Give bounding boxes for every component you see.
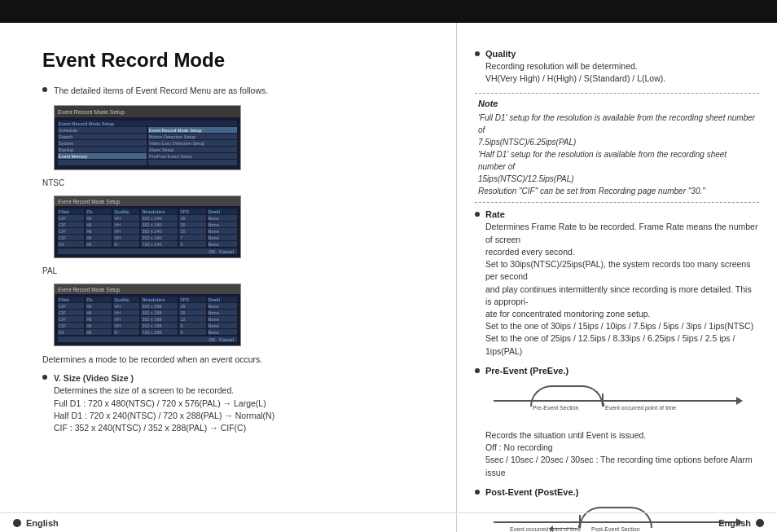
vsize-desc2: Full D1 : 720 x 480(NTSC) / 720 x 576(PA… (54, 398, 274, 410)
preevent-desc3: 5sec / 10sec / 20sec / 30sec : The recor… (485, 454, 759, 478)
vsize-desc3: Half D1 : 720 x 240(NTSC) / 720 x 288(PA… (54, 410, 274, 422)
bottom-right: English (718, 518, 764, 528)
preevent-desc1: Records the situation until Event is iss… (485, 429, 759, 442)
vsize-desc4: CIF : 352 x 240(NTSC) / 352 x 288(PAL) →… (54, 422, 274, 434)
bottom-right-dot (756, 519, 764, 527)
pal-screenshot: Event Record Mode Setup Filter Ch. Quali… (54, 284, 433, 346)
note-line1: 'Full D1' setup for the resolution is av… (478, 112, 756, 136)
page-title: Event Record Mode (42, 49, 433, 72)
ntsc-screen-mock: Event Record Mode Setup Filter Ch. Quali… (54, 196, 241, 258)
rate-desc7: Set to the one of 25ips / 12.5ips / 8.33… (485, 332, 759, 357)
left-panel: Event Record Mode The detailed items of … (0, 23, 456, 532)
pal-screen-mock: Event Record Mode Setup Filter Ch. Quali… (54, 284, 241, 346)
quality-bullet-icon (475, 51, 480, 56)
postevent-heading: Post-Event (PostEve.) (485, 487, 759, 497)
rate-heading: Rate (485, 209, 759, 219)
rate-desc3: Set to 30ips(NTSC)/25ips(PAL), the syste… (485, 258, 759, 283)
rate-desc4: and play continues intermittently since … (485, 284, 759, 308)
preevent-desc2: Off : No recording (485, 442, 759, 454)
note-line2: 7.5ips(NTSC)/6.25ips(PAL) (478, 136, 756, 148)
event-occurred-label: Event occurred point of time (605, 405, 676, 411)
rate-desc2: recorded every second. (485, 246, 759, 258)
note-title: Note (478, 99, 756, 108)
quality-heading: Quality (485, 49, 665, 59)
bottom-left-dot (13, 519, 21, 527)
quality-section: Quality Recording resolution will be det… (475, 49, 759, 85)
bottom-left: English (13, 518, 59, 528)
note-line3: 'Half D1' setup for the resolution is av… (478, 148, 756, 173)
top-bar-label (18, 5, 108, 18)
determines-text: Determines a mode to be recorded when an… (42, 354, 433, 364)
ntsc-label: NTSC (42, 178, 433, 187)
bullet-icon (42, 87, 47, 92)
quality-desc1: Recording resolution will be determined. (485, 60, 665, 73)
pal-label: PAL (42, 266, 433, 275)
note-line5: Resolution "CIF" can be set from Recordi… (478, 185, 756, 197)
rate-desc6: Set to the one of 30ips / 15ips / 10ips … (485, 320, 759, 332)
note-box: Note 'Full D1' setup for the resolution … (475, 93, 759, 203)
preevent-heading: Pre-Event (PreEve.) (485, 366, 759, 376)
right-panel: Quality Recording resolution will be det… (457, 23, 777, 532)
top-bar (0, 0, 777, 23)
vsize-heading: V. Size (Video Size ) (54, 372, 274, 385)
ntsc-screenshot: Event Record Mode Setup Filter Ch. Quali… (54, 196, 433, 258)
rate-bullet-icon (475, 212, 480, 217)
preevent-section-label: Pre-Event Section (533, 405, 578, 411)
preevent-section: Pre-Event (PreEve.) Pre-Event Section Ev… (475, 366, 759, 479)
vsize-section: V. Size (Video Size ) Determines the siz… (42, 372, 433, 434)
top-menu-screenshot: Event Record Mode Setup Event Record Mod… (54, 105, 433, 170)
intro-text: The detailed items of Event Record Menu … (54, 85, 268, 97)
bottom-right-label: English (718, 518, 751, 528)
postevent-bullet-icon (475, 490, 480, 495)
bottom-bar: English English (0, 512, 777, 532)
vsize-desc1: Determines the size of a screen to be re… (54, 385, 274, 397)
note-line4: 15ips(NTSC)/12.5ips(PAL) (478, 173, 756, 185)
preevent-bullet-icon (475, 368, 480, 373)
intro-section: The detailed items of Event Record Menu … (42, 85, 433, 97)
vsize-bullet-icon (42, 375, 47, 380)
screen-mock-menu: Event Record Mode Setup Event Record Mod… (54, 105, 241, 170)
bottom-left-label: English (26, 518, 59, 528)
preevent-diagram: Pre-Event Section Event occurred point o… (485, 382, 746, 424)
rate-desc5: ate for concentrated monitoring zone set… (485, 308, 759, 320)
rate-section: Rate Determines Frame Rate to be recorde… (475, 209, 759, 357)
quality-desc2: VH(Very High) / H(High) / S(Standard) / … (485, 73, 665, 85)
rate-desc1: Determines Frame Rate to be recorded. Fr… (485, 221, 759, 245)
